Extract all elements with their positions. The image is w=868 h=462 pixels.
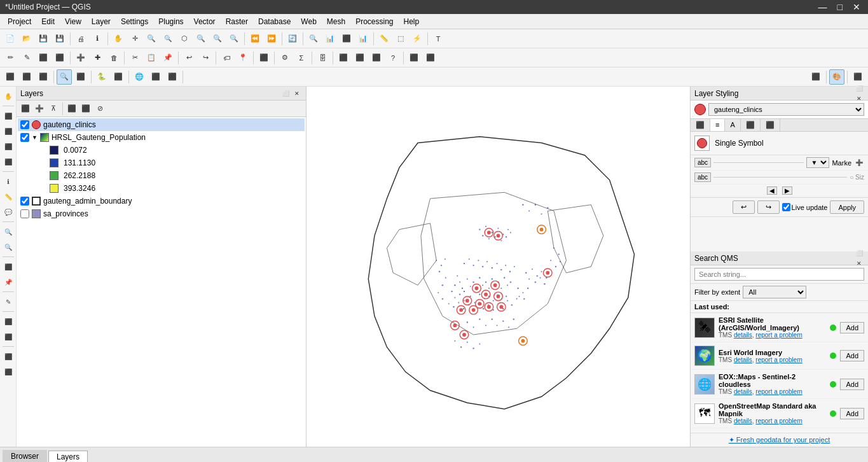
plugin-btn3[interactable]: ⬛ (369, 50, 384, 66)
style-tab-3d[interactable]: ⬛ (761, 119, 780, 131)
zoom-tool[interactable]: 🔍 (1, 225, 15, 239)
delete-button[interactable]: 🗑 (106, 50, 121, 66)
esri-satellite-report-link[interactable]: report a problem (755, 332, 802, 339)
scroll-right-button[interactable]: ▶ (782, 186, 792, 195)
maximize-button[interactable]: □ (835, 2, 845, 12)
esri-satellite-details-link[interactable]: details (734, 332, 752, 339)
style-tab-history[interactable]: ⬛ (691, 119, 710, 131)
georef2-button[interactable]: ⬛ (148, 69, 163, 85)
menu-help[interactable]: Help (399, 16, 425, 27)
select3-tool[interactable]: ⬛ (1, 139, 15, 153)
zoom-full-button[interactable]: 🔍 (193, 31, 209, 46)
plugin-btn1[interactable]: ⬛ (336, 50, 351, 66)
label-tool-button[interactable]: 🏷 (219, 50, 234, 66)
search-qms-input[interactable] (694, 268, 864, 281)
save-as-button[interactable]: 💾 (52, 31, 67, 46)
add-feature-button[interactable]: ➕ (73, 50, 88, 66)
layer-expand-hrsl[interactable]: ▼ (32, 134, 38, 141)
pan-button[interactable]: ✋ (111, 31, 126, 46)
menu-settings[interactable]: Settings (116, 16, 153, 27)
layers-close-button[interactable]: ✕ (292, 88, 302, 99)
move-feature-button[interactable]: ✚ (90, 50, 105, 66)
layer-check-sa[interactable] (20, 209, 29, 218)
save-project-button[interactable]: 💾 (36, 31, 51, 46)
layer-check-gauteng-clinics[interactable] (20, 120, 29, 129)
statistics-button[interactable]: 📊 (355, 31, 371, 46)
esri-world-details-link[interactable]: details (734, 356, 752, 363)
layer-check-hrsl[interactable] (20, 133, 29, 142)
style-tab-labels[interactable]: A (725, 119, 740, 131)
layer-row-hrsl[interactable]: ▼ HRSL_Gauteng_Population (18, 131, 305, 144)
field-calc-button[interactable]: Σ (294, 50, 309, 66)
close-button[interactable]: ✕ (850, 2, 863, 12)
collapse-all-button[interactable]: ⬛ (79, 102, 92, 115)
open-layer-source-button[interactable]: ⬛ (19, 102, 32, 115)
undo-style-button[interactable]: ↩ (733, 200, 755, 214)
help2-button[interactable]: ? (385, 50, 401, 66)
edit-map-tool[interactable]: ✎ (1, 295, 15, 309)
expand-all-button[interactable]: ⬛ (65, 102, 78, 115)
layer-row-gauteng-clinics[interactable]: gauteng_clinics (18, 118, 305, 131)
zoom-layer-button[interactable]: 🔍 (210, 31, 225, 46)
esri-world-report-link[interactable]: report a problem (755, 356, 802, 363)
identify-map-tool[interactable]: ℹ (1, 174, 15, 188)
identify-button[interactable]: 🔍 (306, 31, 321, 46)
osm-button[interactable]: 🌐 (132, 69, 147, 85)
paste-button[interactable]: 📌 (160, 50, 176, 66)
plugin2-map-tool[interactable]: ⬛ (1, 365, 15, 379)
snap2-map-tool[interactable]: ⬛ (1, 330, 15, 344)
snap2-button[interactable]: ⬛ (19, 69, 34, 85)
zoom-last-button[interactable]: ⏪ (247, 31, 263, 46)
tab-browser[interactable]: Browser (3, 450, 47, 462)
menu-database[interactable]: Database (253, 16, 296, 27)
plugin-btn2[interactable]: ⬛ (352, 50, 368, 66)
pan-arrow-button[interactable]: ✛ (127, 31, 142, 46)
style-dock-button[interactable]: 🎨 (829, 69, 844, 85)
layers-expand-button[interactable]: ⬜ (280, 88, 291, 99)
info-button[interactable]: ℹ (90, 31, 105, 46)
styling-expand-button[interactable]: ⬜ (854, 83, 864, 94)
measure-button[interactable]: 📏 (376, 31, 392, 46)
scroll-left-button[interactable]: ◀ (767, 186, 777, 195)
menu-raster[interactable]: Raster (221, 16, 253, 27)
zoom-in-button[interactable]: 🔍 (144, 31, 159, 46)
osm-details-link[interactable]: details (734, 417, 752, 424)
redo-edit-button[interactable]: ↪ (198, 50, 213, 66)
form-tool[interactable]: ⬛ (1, 260, 15, 274)
menu-project[interactable]: Project (3, 16, 36, 27)
menu-vector[interactable]: Vector (189, 16, 221, 27)
tab-layers[interactable]: Layers (48, 451, 88, 462)
zoom-out-button[interactable]: 🔍 (160, 31, 176, 46)
minimize-button[interactable]: — (816, 2, 830, 12)
3d-view-button[interactable]: ⬛ (808, 69, 823, 85)
undo-edit-button[interactable]: ↩ (181, 50, 196, 66)
redo-style-button[interactable]: ↪ (757, 200, 780, 214)
analysis-button[interactable]: ⬛ (165, 69, 180, 85)
eox-report-link[interactable]: report a problem (755, 388, 802, 395)
panel-control-button[interactable]: ⬛ (850, 69, 865, 85)
esri-satellite-add-button[interactable]: Add (840, 322, 864, 333)
zoom2-tool[interactable]: 🔍 (1, 240, 15, 254)
layer-selector-dropdown[interactable]: gauteng_clinics (708, 103, 864, 116)
select2-tool[interactable]: ⬛ (1, 124, 15, 138)
copy-button[interactable]: 📋 (144, 50, 159, 66)
select-tool[interactable]: ⬛ (1, 109, 15, 123)
measure-map-tool[interactable]: 📏 (1, 190, 15, 204)
menu-web[interactable]: Web (296, 16, 321, 27)
node-button[interactable]: ⬛ (36, 50, 51, 66)
label-button[interactable]: T (431, 31, 446, 46)
symbol-dropdown[interactable]: ▼ (806, 157, 829, 168)
macro-button[interactable]: ⬛ (111, 69, 126, 85)
style-tab-symbology[interactable]: ≡ (710, 119, 725, 131)
feature-count-button[interactable]: ⬛ (73, 69, 88, 85)
plugin-map-tool[interactable]: ⬛ (1, 349, 15, 363)
snap-button[interactable]: ⬛ (3, 69, 18, 85)
osm-report-link[interactable]: report a problem (755, 417, 802, 424)
nav-btn1[interactable]: ⬛ (406, 50, 422, 66)
add-symbol-button[interactable]: ➕ (854, 158, 864, 168)
style-tab-mask[interactable]: ⬛ (741, 119, 761, 131)
filter-layer-button[interactable]: ⊼ (47, 102, 60, 115)
menu-processing[interactable]: Processing (350, 16, 398, 27)
qms-expand-button[interactable]: ⬜ (854, 248, 864, 258)
processing-button[interactable]: ⚙ (277, 50, 293, 66)
